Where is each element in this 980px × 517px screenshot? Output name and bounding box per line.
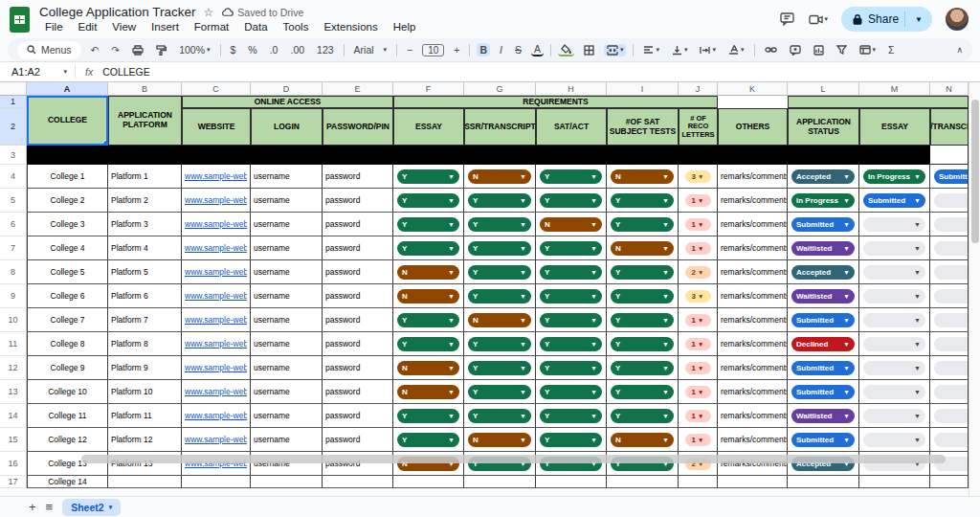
sat-dropdown[interactable]: Y▼	[536, 260, 607, 284]
ssr-status-dropdown[interactable]: ▼	[930, 213, 969, 236]
sat-subject-dropdown[interactable]: Y▼	[607, 380, 679, 404]
sat-dropdown[interactable]: Y▼	[536, 428, 607, 452]
cell-college[interactable]: College 11	[27, 404, 108, 428]
cell-app-status-header[interactable]: APPLICATION STATUS	[788, 108, 859, 146]
sheets-logo-icon[interactable]	[10, 7, 30, 33]
essay-status-dropdown[interactable]: ▼	[859, 260, 930, 284]
cell-website[interactable]: www.sample-websit	[182, 165, 251, 189]
row-header-15[interactable]: 15	[0, 428, 27, 452]
ssr-status-dropdown[interactable]: Submitted▼	[930, 165, 969, 189]
ssr-status-dropdown[interactable]: ▼	[930, 404, 969, 428]
name-box[interactable]: A1:A2▾	[0, 66, 75, 78]
cell-website[interactable]: www.sample-websit	[182, 308, 251, 332]
star-icon[interactable]: ☆	[204, 6, 214, 19]
cell-login[interactable]: username	[251, 213, 323, 236]
column-header-i[interactable]: I	[607, 82, 679, 96]
cell-empty[interactable]	[679, 476, 718, 488]
menu-extensions[interactable]: Extensions	[318, 20, 383, 34]
application-status-dropdown[interactable]: Submitted▼	[788, 356, 859, 380]
cell-others[interactable]: remarks/comments	[718, 308, 788, 332]
cell-platform-header[interactable]: APPLICATION PLATFORM	[108, 96, 182, 146]
cell-essay-status-header[interactable]: ESSAY	[859, 108, 930, 146]
sat-dropdown[interactable]: Y▼	[536, 284, 607, 308]
column-header-j[interactable]: J	[679, 82, 718, 96]
cell-login[interactable]: username	[251, 356, 323, 380]
cell-password[interactable]: password	[323, 356, 393, 380]
merge-cells-button[interactable]: ▾	[604, 44, 627, 56]
column-header-e[interactable]: E	[323, 82, 393, 96]
menu-format[interactable]: Format	[189, 20, 234, 34]
cell-platform[interactable]: Platform 8	[108, 332, 182, 356]
cell-college[interactable]: College 14	[27, 476, 108, 488]
cell-platform[interactable]: Platform 11	[108, 404, 182, 428]
cell-empty[interactable]	[536, 476, 607, 488]
row-header-13[interactable]: 13	[0, 380, 27, 404]
cell-website[interactable]: www.sample-websit	[182, 428, 251, 452]
meet-call-control[interactable]: ▾	[809, 14, 829, 25]
all-sheets-button[interactable]: ≡	[46, 500, 54, 514]
cell-college[interactable]: College 1	[27, 165, 108, 189]
sat-subject-dropdown[interactable]: N▼	[607, 165, 679, 189]
ssr-dropdown[interactable]: Y▼	[464, 404, 536, 428]
row-header-8[interactable]: 8	[0, 260, 27, 284]
cell-password[interactable]: password	[323, 404, 393, 428]
column-header-n[interactable]: N	[930, 82, 969, 96]
reco-letters-dropdown[interactable]: 1▼	[679, 308, 718, 332]
essay-dropdown[interactable]: N▼	[393, 356, 464, 380]
essay-status-dropdown[interactable]: ▼	[859, 284, 930, 308]
cell-login[interactable]: username	[251, 236, 323, 260]
cell-platform[interactable]: Platform 2	[108, 189, 182, 213]
cell-ssr-header[interactable]: SSR/TRANSCRIPT	[464, 108, 536, 146]
filter-button[interactable]	[834, 44, 850, 56]
insert-link-button[interactable]	[762, 45, 780, 55]
increase-decimals-button[interactable]: .00	[287, 43, 307, 56]
essay-dropdown[interactable]: Y▼	[393, 165, 464, 189]
row-header-10[interactable]: 10	[0, 308, 27, 332]
column-header-c[interactable]: C	[182, 82, 251, 96]
ssr-dropdown[interactable]: Y▼	[464, 260, 536, 284]
cell-others[interactable]: remarks/comments	[718, 213, 788, 236]
cell-website-header[interactable]: WEBSITE	[182, 108, 251, 146]
sat-dropdown[interactable]: N▼	[536, 213, 607, 236]
essay-dropdown[interactable]: Y▼	[393, 332, 464, 356]
ssr-dropdown[interactable]: Y▼	[464, 332, 536, 356]
website-link[interactable]: www.sample-websit	[185, 387, 247, 396]
ssr-status-dropdown[interactable]: ▼	[930, 284, 969, 308]
cell-empty[interactable]	[718, 476, 788, 488]
essay-dropdown[interactable]: Y▼	[393, 404, 464, 428]
cell-requirements-header[interactable]: REQUIREMENTS	[393, 96, 718, 108]
ssr-status-dropdown[interactable]: ▼	[930, 260, 969, 284]
cell-online-access-header[interactable]: ONLINE ACCESS	[182, 96, 393, 108]
cell-platform[interactable]: Platform 9	[108, 356, 182, 380]
cell-password[interactable]: password	[323, 284, 393, 308]
essay-status-dropdown[interactable]: ▼	[859, 404, 930, 428]
sat-subject-dropdown[interactable]: Y▼	[607, 213, 679, 236]
reco-letters-dropdown[interactable]: 1▼	[679, 428, 718, 452]
cell-website[interactable]: www.sample-websit	[182, 260, 251, 284]
reco-letters-dropdown[interactable]: 1▼	[679, 380, 718, 404]
essay-dropdown[interactable]: N▼	[393, 284, 464, 308]
website-link[interactable]: www.sample-websit	[185, 195, 247, 205]
ssr-status-dropdown[interactable]: ▼	[930, 308, 969, 332]
cell-login[interactable]: username	[251, 189, 323, 213]
avatar[interactable]	[946, 8, 969, 31]
essay-dropdown[interactable]: Y▼	[393, 308, 464, 332]
share-button[interactable]: Share ▼	[841, 7, 932, 32]
cell-others[interactable]: remarks/comments	[718, 236, 788, 260]
row-header-14[interactable]: 14	[0, 404, 27, 428]
filter-views-button[interactable]: ▾	[857, 44, 880, 56]
row-header-1[interactable]: 1	[0, 96, 27, 108]
application-status-dropdown[interactable]: Submitted▼	[788, 380, 859, 404]
application-status-dropdown[interactable]: In Progress▼	[788, 189, 859, 213]
cell-others[interactable]: remarks/comments	[718, 284, 788, 308]
cell-college[interactable]: College 8	[27, 332, 108, 356]
cell-platform[interactable]: Platform 3	[108, 213, 182, 236]
cell-college[interactable]: College 10	[27, 380, 108, 404]
ssr-dropdown[interactable]: Y▼	[464, 189, 536, 213]
cell-college[interactable]: College 5	[27, 260, 108, 284]
website-link[interactable]: www.sample-websit	[185, 411, 247, 420]
cell-empty[interactable]	[251, 476, 323, 488]
comment-history-icon[interactable]	[780, 12, 795, 26]
website-link[interactable]: www.sample-websit	[185, 267, 247, 277]
row-header-16[interactable]: 16	[0, 452, 27, 476]
